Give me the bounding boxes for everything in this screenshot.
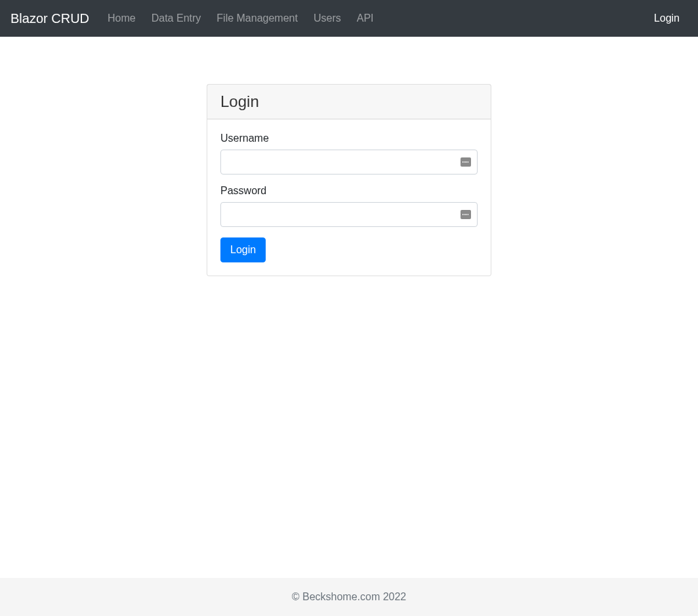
- login-card-body: Username Password Login: [207, 119, 491, 276]
- password-input-wrapper: [220, 202, 478, 227]
- navbar-nav: Home Data Entry File Management Users AP…: [100, 12, 646, 24]
- login-card: Login Username Password Login: [207, 84, 491, 276]
- password-label: Password: [220, 185, 478, 197]
- username-group: Username: [220, 133, 478, 175]
- nav-link-api[interactable]: API: [349, 7, 382, 29]
- footer: © Beckshome.com 2022: [0, 578, 698, 616]
- nav-link-users[interactable]: Users: [306, 7, 349, 29]
- main-content: Login Username Password Login: [0, 37, 698, 578]
- password-input[interactable]: [220, 202, 478, 227]
- navbar: Blazor CRUD Home Data Entry File Managem…: [0, 0, 698, 37]
- nav-link-login[interactable]: Login: [646, 7, 688, 30]
- navbar-brand[interactable]: Blazor CRUD: [10, 11, 89, 26]
- username-label: Username: [220, 133, 478, 144]
- login-card-title: Login: [207, 85, 491, 119]
- login-button[interactable]: Login: [220, 237, 266, 262]
- nav-link-file-management[interactable]: File Management: [209, 7, 306, 29]
- nav-link-data-entry[interactable]: Data Entry: [144, 7, 209, 29]
- username-input[interactable]: [220, 150, 478, 175]
- nav-link-home[interactable]: Home: [100, 7, 144, 29]
- footer-text: © Beckshome.com 2022: [292, 591, 407, 602]
- username-input-wrapper: [220, 150, 478, 175]
- password-group: Password: [220, 185, 478, 227]
